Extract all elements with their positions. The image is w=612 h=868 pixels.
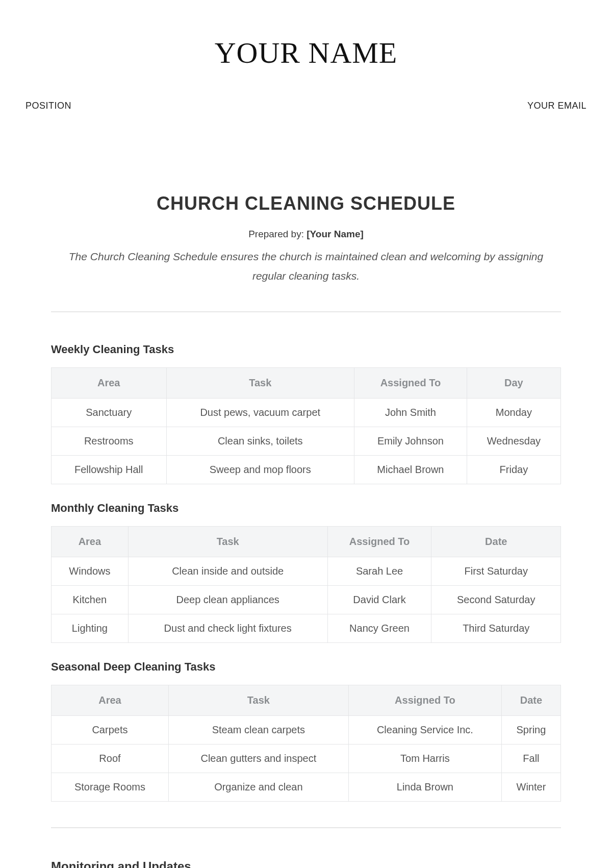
table-row: Lighting Dust and check light fixtures N… — [52, 614, 561, 642]
monthly-section-title: Monthly Cleaning Tasks — [51, 502, 561, 515]
monthly-table: Area Task Assigned To Date Windows Clean… — [51, 526, 561, 643]
cell: Spring — [501, 715, 560, 744]
th-task: Task — [166, 367, 354, 398]
cell: Second Saturday — [431, 585, 561, 614]
prepared-by-line: Prepared by: [Your Name] — [51, 229, 561, 240]
cell: Wednesday — [467, 427, 560, 455]
cell: Clean sinks, toilets — [166, 427, 354, 455]
th-day: Day — [467, 367, 560, 398]
weekly-section-title: Weekly Cleaning Tasks — [51, 343, 561, 356]
meta-row: POSITION YOUR EMAIL — [26, 101, 586, 111]
cell: Carpets — [52, 715, 169, 744]
cell: Kitchen — [52, 585, 129, 614]
cell: Windows — [52, 557, 129, 585]
cell: Organize and clean — [168, 773, 348, 801]
cell: First Saturday — [431, 557, 561, 585]
cell: Clean inside and outside — [128, 557, 327, 585]
cell: Monday — [467, 398, 560, 427]
table-header-row: Area Task Assigned To Date — [52, 685, 561, 715]
cell: Nancy Green — [327, 614, 431, 642]
th-assigned: Assigned To — [327, 526, 431, 557]
content: CHURCH CLEANING SCHEDULE Prepared by: [Y… — [26, 193, 586, 868]
cell: Dust and check light fixtures — [128, 614, 327, 642]
cell: Sarah Lee — [327, 557, 431, 585]
table-row: Kitchen Deep clean appliances David Clar… — [52, 585, 561, 614]
cell: Tom Harris — [348, 744, 501, 773]
table-row: Carpets Steam clean carpets Cleaning Ser… — [52, 715, 561, 744]
cell: Roof — [52, 744, 169, 773]
cell: Winter — [501, 773, 560, 801]
seasonal-table: Area Task Assigned To Date Carpets Steam… — [51, 685, 561, 802]
cell: Emily Johnson — [354, 427, 467, 455]
position-label: POSITION — [26, 101, 71, 111]
description-text: The Church Cleaning Schedule ensures the… — [66, 247, 546, 286]
th-area: Area — [52, 526, 129, 557]
th-date: Date — [501, 685, 560, 715]
table-header-row: Area Task Assigned To Day — [52, 367, 561, 398]
table-row: Windows Clean inside and outside Sarah L… — [52, 557, 561, 585]
divider — [51, 311, 561, 312]
cell: Cleaning Service Inc. — [348, 715, 501, 744]
cell: John Smith — [354, 398, 467, 427]
seasonal-section-title: Seasonal Deep Cleaning Tasks — [51, 660, 561, 674]
page-title: YOUR NAME — [26, 36, 586, 70]
prepared-by-label: Prepared by: — [248, 229, 307, 239]
cutoff-heading: Monitoring and Updates — [51, 859, 561, 868]
th-assigned: Assigned To — [348, 685, 501, 715]
cell: Sanctuary — [52, 398, 167, 427]
cell: Lighting — [52, 614, 129, 642]
table-header-row: Area Task Assigned To Date — [52, 526, 561, 557]
table-row: Roof Clean gutters and inspect Tom Harri… — [52, 744, 561, 773]
table-row: Storage Rooms Organize and clean Linda B… — [52, 773, 561, 801]
table-row: Fellowship Hall Sweep and mop floors Mic… — [52, 455, 561, 484]
cell: Fellowship Hall — [52, 455, 167, 484]
cell: Sweep and mop floors — [166, 455, 354, 484]
weekly-table: Area Task Assigned To Day Sanctuary Dust… — [51, 367, 561, 484]
th-area: Area — [52, 367, 167, 398]
cell: Linda Brown — [348, 773, 501, 801]
cell: Friday — [467, 455, 560, 484]
cell: Steam clean carpets — [168, 715, 348, 744]
cell: Storage Rooms — [52, 773, 169, 801]
th-date: Date — [431, 526, 561, 557]
document-heading: CHURCH CLEANING SCHEDULE — [51, 193, 561, 214]
cell: Clean gutters and inspect — [168, 744, 348, 773]
cell: Deep clean appliances — [128, 585, 327, 614]
th-task: Task — [128, 526, 327, 557]
table-row: Restrooms Clean sinks, toilets Emily Joh… — [52, 427, 561, 455]
cell: David Clark — [327, 585, 431, 614]
cell: Dust pews, vacuum carpet — [166, 398, 354, 427]
th-area: Area — [52, 685, 169, 715]
divider — [51, 827, 561, 828]
th-assigned: Assigned To — [354, 367, 467, 398]
prepared-by-value: [Your Name] — [307, 229, 364, 239]
cell: Fall — [501, 744, 560, 773]
table-row: Sanctuary Dust pews, vacuum carpet John … — [52, 398, 561, 427]
cell: Third Saturday — [431, 614, 561, 642]
cell: Michael Brown — [354, 455, 467, 484]
cell: Restrooms — [52, 427, 167, 455]
th-task: Task — [168, 685, 348, 715]
email-label: YOUR EMAIL — [527, 101, 586, 111]
